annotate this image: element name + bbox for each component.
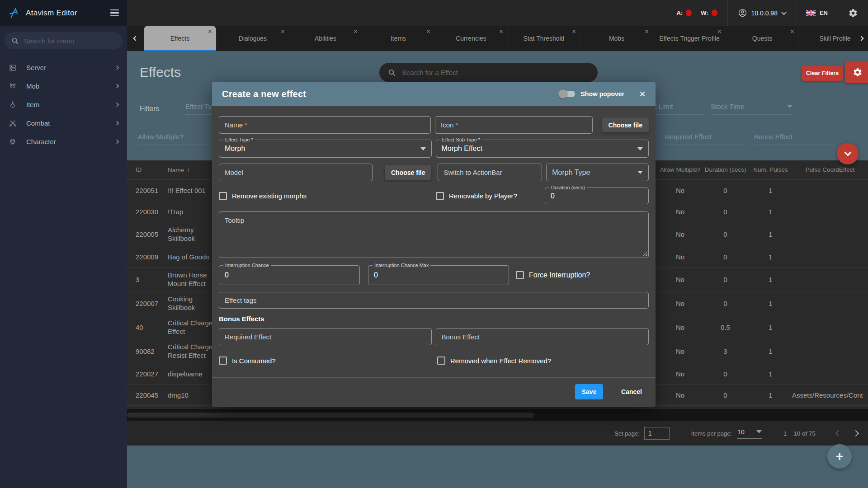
modal-header: Create a new effect Show popover ×: [212, 82, 656, 106]
close-icon[interactable]: ×: [639, 89, 646, 99]
cell-id: 220051: [127, 187, 168, 194]
duration-label: Duration (secs): [549, 185, 587, 191]
sidebar-item-item[interactable]: Item: [0, 95, 127, 114]
modal-footer: Save Cancel: [212, 377, 656, 407]
icon-field[interactable]: [435, 116, 593, 134]
checkbox-icon[interactable]: [437, 357, 445, 365]
tab-effects[interactable]: Effects×: [144, 26, 217, 51]
removed-when-effect-removed-checkbox[interactable]: Removed when Effect Removed?: [437, 357, 551, 365]
filter-required-effect[interactable]: Required Effect: [665, 133, 746, 145]
character-icon: [9, 138, 17, 146]
checkbox-icon[interactable]: [516, 271, 524, 279]
close-icon[interactable]: ×: [645, 28, 649, 35]
cell-id: 220005: [127, 230, 168, 238]
required-effect-field[interactable]: [219, 328, 432, 345]
show-popover-toggle[interactable]: [560, 91, 575, 97]
tab-items[interactable]: Items×: [362, 26, 435, 51]
chevron-right-icon: [115, 103, 119, 107]
tab-currencies[interactable]: Currencies×: [435, 26, 508, 51]
column-header-num-pulses[interactable]: Num. Pulses: [749, 166, 792, 174]
sidebar-item-combat[interactable]: Combat: [0, 114, 127, 132]
column-header-duration[interactable]: Duration (secs): [702, 166, 749, 174]
effect-sub-type-select[interactable]: Effect Sub Type * Morph Effect: [436, 140, 649, 158]
checkbox-icon[interactable]: [436, 192, 444, 200]
cancel-button[interactable]: Cancel: [621, 388, 642, 395]
scrollbar-thumb[interactable]: [127, 413, 534, 418]
tab-scroll-left[interactable]: [127, 26, 144, 51]
sidebar-item-mob[interactable]: Mob: [0, 77, 127, 95]
column-header-name[interactable]: Name↑: [168, 166, 215, 174]
duration-field[interactable]: Duration (secs) 0: [545, 188, 649, 204]
effect-search[interactable]: [379, 63, 598, 82]
cell-name: Critical Charge Resist Effect: [168, 343, 215, 360]
sidebar-search-input[interactable]: [24, 37, 116, 45]
close-icon[interactable]: ×: [208, 28, 212, 35]
force-interruption-checkbox[interactable]: Force Interruption?: [516, 271, 590, 279]
next-page-button[interactable]: [854, 430, 858, 437]
close-icon[interactable]: ×: [790, 28, 794, 35]
tab-label: Mobs: [609, 35, 624, 42]
settings-button[interactable]: [838, 0, 868, 26]
horizontal-scrollbar[interactable]: [127, 409, 868, 421]
checkbox-icon[interactable]: [219, 192, 227, 200]
filter-allow-multiple[interactable]: Allow Multiple?: [138, 133, 215, 145]
set-page-input[interactable]: [644, 427, 670, 440]
scroll-down-button[interactable]: [837, 143, 859, 164]
model-field[interactable]: [219, 164, 373, 181]
remove-existing-morphs-checkbox[interactable]: Remove existing morphs: [219, 192, 436, 200]
effect-tags-field[interactable]: [219, 292, 649, 309]
checkbox-label: Removable by Player?: [449, 192, 517, 200]
chevron-down-icon: [637, 171, 643, 174]
interruption-chance-field[interactable]: Interruption Chance 0: [219, 265, 360, 285]
cell-name: !!! Effect 001: [168, 186, 215, 195]
checkbox-icon[interactable]: [219, 357, 227, 365]
tooltip-field[interactable]: [219, 211, 649, 258]
table-settings-button[interactable]: [845, 61, 868, 83]
close-icon[interactable]: ×: [426, 28, 430, 35]
column-header-allow-multiple[interactable]: Allow Multiple?: [659, 166, 702, 174]
cell-duration: 0: [702, 208, 749, 216]
sidebar-item-label: Character: [26, 138, 56, 145]
name-field[interactable]: [219, 116, 431, 134]
is-consumed-checkbox[interactable]: Is Consumed?: [219, 357, 437, 365]
effect-search-input[interactable]: [402, 69, 589, 76]
sidebar-item-character[interactable]: Character: [0, 132, 127, 151]
close-icon[interactable]: ×: [499, 28, 503, 35]
close-icon[interactable]: ×: [572, 28, 576, 35]
save-button[interactable]: Save: [575, 384, 603, 399]
interruption-chance-max-field[interactable]: Interruption Chance Max 0: [368, 265, 509, 285]
sidebar-item-server[interactable]: Server: [0, 58, 127, 77]
cell-id: 220009: [127, 253, 168, 261]
removable-by-player-checkbox[interactable]: Removable by Player?: [436, 192, 545, 200]
clear-filters-button[interactable]: Clear Filters: [802, 66, 843, 81]
tab-dialogues[interactable]: Dialogues×: [217, 26, 289, 51]
close-icon[interactable]: ×: [354, 28, 358, 35]
column-header-pulse-coordeffect[interactable]: Pulse CoordEffect: [792, 166, 868, 174]
menu-toggle-icon[interactable]: [110, 9, 119, 17]
filter-stock-time[interactable]: Stock Time: [711, 103, 792, 115]
filter-bonus-effect[interactable]: Bonus Effect: [754, 133, 835, 145]
choose-icon-file-button[interactable]: Choose file: [602, 117, 649, 132]
tab-quests[interactable]: Quests×: [726, 26, 799, 51]
bonus-effect-field[interactable]: [436, 328, 649, 345]
tab-stat-threshold[interactable]: Stat Threshold×: [508, 26, 580, 51]
items-per-page-select[interactable]: 10: [737, 428, 762, 439]
effect-type-select[interactable]: Effect Type * Morph: [219, 140, 432, 158]
column-header-id[interactable]: ID: [127, 166, 168, 174]
tab-mobs[interactable]: Mobs×: [580, 26, 653, 51]
sidebar-search[interactable]: [5, 32, 123, 49]
tab-abilities[interactable]: Abilities×: [289, 26, 362, 51]
close-icon[interactable]: ×: [281, 28, 285, 35]
close-icon[interactable]: ×: [717, 28, 722, 35]
server-selector[interactable]: 10.0.0.98: [728, 0, 796, 26]
tab-scroll-right[interactable]: [854, 26, 868, 51]
switch-actionbar-field[interactable]: [438, 164, 542, 181]
language-selector[interactable]: EN: [796, 0, 838, 26]
choose-model-file-button[interactable]: Choose file: [385, 165, 431, 180]
filters-label: Filters: [140, 105, 160, 113]
morph-type-placeholder: Morph Type: [552, 169, 590, 177]
add-effect-button[interactable]: +: [827, 444, 852, 469]
tab-effects-trigger-profile[interactable]: Effects Trigger Profile×: [653, 26, 726, 51]
previous-page-button[interactable]: [836, 430, 841, 437]
morph-type-select[interactable]: Morph Type: [546, 164, 649, 181]
